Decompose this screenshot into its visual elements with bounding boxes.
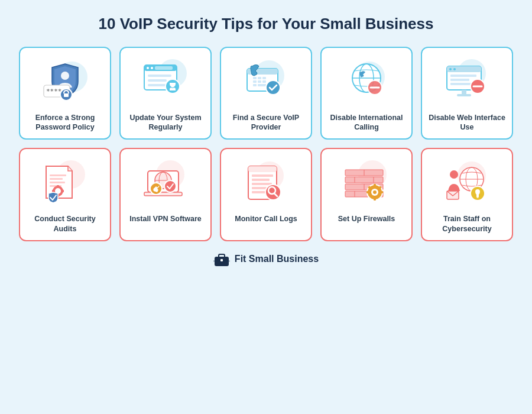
card-disable-web: Disable Web Interface Use [421, 47, 513, 140]
svg-point-37 [449, 68, 452, 70]
svg-rect-69 [252, 179, 270, 181]
card-firewalls: Set Up Firewalls [320, 148, 413, 241]
svg-rect-39 [450, 75, 476, 77]
enforce-password-icon: **** _ [33, 55, 97, 107]
update-system-icon [134, 55, 197, 107]
svg-rect-41 [450, 83, 473, 85]
firewalls-icon [335, 156, 398, 208]
card-disable-intl: Disable International Calling [320, 47, 413, 140]
brand-name: Fit Small Business [235, 254, 319, 264]
svg-rect-23 [258, 80, 261, 83]
svg-rect-56 [61, 190, 64, 192]
svg-rect-5 [64, 93, 69, 97]
svg-point-100 [450, 170, 458, 179]
card-install-vpn: Install VPN Software [119, 148, 212, 241]
svg-rect-48 [50, 178, 63, 180]
svg-rect-106 [219, 254, 225, 258]
install-vpn-label: Install VPN Software [129, 214, 202, 224]
row-1: **** _ Enforce a Strong Password Policy [19, 47, 513, 140]
svg-rect-21 [262, 77, 266, 79]
svg-rect-70 [252, 183, 272, 185]
brand-footer: Fit Small Business [213, 252, 319, 266]
briefcase-icon [213, 252, 230, 266]
disable-web-icon [435, 55, 499, 107]
secure-provider-label: Find a Secure VoIP Provider [227, 113, 305, 133]
svg-rect-12 [148, 75, 171, 77]
svg-point-89 [373, 190, 377, 194]
security-audits-label: Conduct Security Audits [26, 214, 104, 234]
card-update-system: Update Your System Regularly [119, 47, 212, 140]
svg-rect-13 [148, 79, 167, 82]
svg-rect-47 [50, 174, 66, 176]
svg-rect-22 [253, 80, 257, 83]
disable-intl-icon [335, 55, 398, 107]
svg-point-10 [151, 67, 153, 69]
svg-rect-93 [380, 191, 383, 193]
svg-rect-78 [345, 177, 383, 183]
svg-rect-49 [50, 182, 65, 183]
svg-rect-108 [220, 259, 223, 261]
train-staff-icon [435, 156, 499, 208]
svg-rect-36 [447, 66, 481, 72]
install-vpn-icon [134, 156, 197, 208]
svg-point-63 [164, 180, 176, 192]
page-title: 10 VoIP Security Tips for Your Small Bus… [99, 14, 434, 34]
enforce-password-label: Enforce a Strong Password Policy [26, 113, 104, 133]
train-staff-label: Train Staff on Cybersecurity [428, 214, 506, 234]
row-2: Conduct Security Audits Install VPN [19, 148, 513, 241]
svg-point-9 [147, 67, 149, 69]
svg-rect-91 [374, 198, 376, 200]
svg-rect-25 [253, 84, 257, 86]
card-train-staff: Train Staff on Cybersecurity [421, 148, 513, 241]
svg-rect-90 [374, 184, 376, 187]
monitor-logs-icon [234, 156, 298, 208]
svg-rect-42 [462, 90, 466, 95]
svg-rect-67 [248, 166, 277, 172]
card-security-audits: Conduct Security Audits [19, 148, 111, 241]
svg-rect-43 [457, 94, 471, 96]
security-audits-icon [33, 156, 97, 208]
card-monitor-logs: Monitor Call Logs [220, 148, 312, 241]
svg-rect-40 [450, 79, 469, 81]
svg-rect-20 [258, 77, 261, 79]
svg-rect-24 [262, 80, 266, 83]
svg-point-38 [453, 68, 456, 70]
card-enforce-password: **** _ Enforce a Strong Password Policy [19, 47, 111, 140]
svg-point-1 [61, 72, 69, 80]
svg-rect-59 [144, 192, 182, 196]
firewalls-label: Set Up Firewalls [338, 214, 395, 224]
monitor-logs-label: Monitor Call Logs [235, 214, 297, 224]
update-system-label: Update Your System Regularly [126, 113, 205, 133]
disable-web-label: Disable Web Interface Use [428, 113, 506, 133]
svg-point-27 [266, 80, 280, 95]
secure-provider-icon [234, 55, 298, 107]
card-secure-provider: Find a Secure VoIP Provider [220, 47, 312, 140]
svg-rect-19 [253, 77, 257, 79]
svg-rect-11 [155, 66, 173, 70]
svg-rect-53 [57, 185, 59, 187]
disable-intl-label: Disable International Calling [327, 113, 406, 133]
svg-rect-68 [252, 174, 273, 177]
svg-rect-92 [366, 191, 369, 193]
